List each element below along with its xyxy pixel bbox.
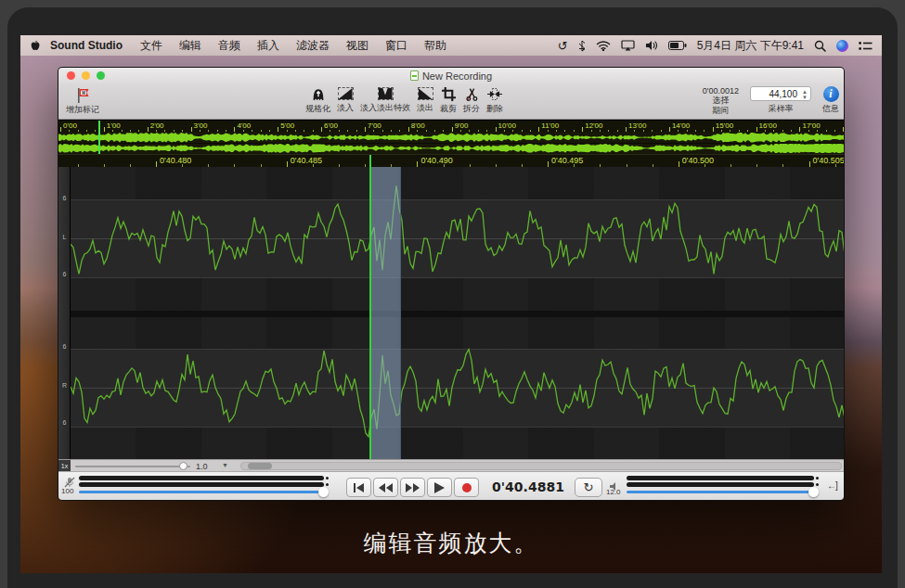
delete-button[interactable]: 删除 xyxy=(486,87,503,115)
horizontal-scrollbar[interactable] xyxy=(240,462,842,470)
crop-button[interactable]: 裁剪 xyxy=(440,87,457,115)
overview-ruler-label: 8'00 xyxy=(411,121,425,130)
selection-mode-text: 选择 xyxy=(712,96,729,105)
input-meter-left xyxy=(79,476,324,480)
minimize-button[interactable] xyxy=(82,71,90,80)
zoom-value-chevron-icon[interactable]: ▼ xyxy=(222,462,228,468)
notification-center-icon[interactable] xyxy=(859,41,873,51)
siri-icon[interactable] xyxy=(836,40,848,52)
normalize-label: 规格化 xyxy=(305,103,330,115)
info-icon: i xyxy=(823,86,839,102)
input-meters xyxy=(79,476,324,493)
app-menu-title[interactable]: Sound Studio xyxy=(50,39,123,52)
spotlight-icon[interactable] xyxy=(814,40,826,52)
horizontal-scrollbar-thumb[interactable] xyxy=(248,463,272,469)
loop-button[interactable]: ↻ xyxy=(575,478,602,497)
overview-ruler-label: 3'00 xyxy=(194,121,208,130)
toolbar: M 增加标记 规格化 淡入 xyxy=(58,83,844,120)
add-marker-label: 增加标记 xyxy=(66,104,99,116)
right-top-db-label: 6 xyxy=(58,343,71,350)
overview-ruler-label: 6'00 xyxy=(324,121,338,130)
split-button[interactable]: 拆分 xyxy=(463,87,480,115)
airplay-icon[interactable] xyxy=(621,40,635,51)
fade-in-out-button[interactable]: 淡入淡出特效 xyxy=(360,87,410,115)
overview-ruler-label: 10'00 xyxy=(498,121,516,130)
screenshot-card: Sound Studio 文件 编辑 音频 插入 滤波器 视图 窗口 帮助 ↺ xyxy=(7,7,898,588)
overview-ruler-label: 14'00 xyxy=(672,121,690,130)
record-button[interactable] xyxy=(454,478,479,497)
document-proxy-icon[interactable] xyxy=(410,70,419,81)
input-volume-thumb[interactable] xyxy=(318,487,329,497)
zoom-value[interactable]: 1.0 xyxy=(196,462,208,471)
menu-item-file[interactable]: 文件 xyxy=(140,38,162,54)
overview-ruler-label: 11'00 xyxy=(541,121,559,130)
wifi-icon[interactable] xyxy=(596,40,611,51)
zoom-ruler-label: 0'40.500 xyxy=(682,156,714,165)
edit-area: 6 L 6 6 R 6 xyxy=(58,167,844,459)
zoom-ruler-label: 0'40.480 xyxy=(160,156,191,165)
output-volume-slider[interactable] xyxy=(627,491,814,493)
fade-out-button[interactable]: 淡出 xyxy=(417,87,433,115)
crop-icon xyxy=(442,87,456,101)
overview-ruler-label: 9'00 xyxy=(455,121,469,130)
desktop: Sound Studio 文件 编辑 音频 插入 滤波器 视图 窗口 帮助 ↺ xyxy=(20,35,882,573)
menu-item-window[interactable]: 窗口 xyxy=(385,38,407,54)
output-meters xyxy=(627,476,814,493)
menu-item-help[interactable]: 帮助 xyxy=(424,38,446,54)
window-title: New Recording xyxy=(410,70,492,82)
volume-icon[interactable] xyxy=(645,40,658,51)
selection-region[interactable] xyxy=(369,167,401,459)
battery-icon[interactable] xyxy=(668,41,687,50)
delete-label: 删除 xyxy=(486,103,503,115)
fast-forward-button[interactable] xyxy=(400,478,425,497)
fade-in-icon xyxy=(338,87,354,100)
rewind-button[interactable] xyxy=(373,478,398,497)
play-button[interactable] xyxy=(427,478,452,497)
input-volume-value: 100 xyxy=(61,487,73,495)
menu-item-audio[interactable]: 音频 xyxy=(218,38,240,54)
menu-item-view[interactable]: 视图 xyxy=(346,38,368,54)
zoom-ruler-label: 0'40.505 xyxy=(813,156,845,165)
sample-rate-value[interactable]: 44,100 ▲▼ xyxy=(750,86,811,101)
waveform-zone[interactable] xyxy=(71,167,844,459)
zoom-slider-track[interactable] xyxy=(75,466,190,467)
menu-item-edit[interactable]: 编辑 xyxy=(179,38,201,54)
transport-buttons xyxy=(346,478,479,497)
apple-menu-icon[interactable] xyxy=(30,39,41,52)
fade-in-out-label: 淡入淡出特效 xyxy=(360,102,410,114)
output-volume-thumb[interactable] xyxy=(808,487,819,497)
zoom-slider-thumb[interactable] xyxy=(179,462,187,470)
overview-ruler-label: 12'00 xyxy=(585,121,602,130)
time-machine-icon[interactable]: ↺ xyxy=(558,40,568,52)
normalize-button[interactable]: 规格化 xyxy=(305,87,330,115)
overview-ruler[interactable]: 0'001'002'003'004'005'006'007'008'009'00… xyxy=(58,120,844,132)
bluetooth-icon[interactable] xyxy=(578,40,586,52)
fade-in-button[interactable]: 淡入 xyxy=(337,87,354,115)
overview-waveform[interactable] xyxy=(58,132,844,154)
overview-channel-divider xyxy=(58,143,844,144)
stepper-icon[interactable]: ▲▼ xyxy=(802,89,808,100)
add-marker-button[interactable]: M 增加标记 xyxy=(66,87,99,116)
close-button[interactable] xyxy=(67,71,75,80)
zoom-button[interactable] xyxy=(97,71,105,80)
split-label: 拆分 xyxy=(463,103,480,115)
jump-to-selection-icon[interactable]: ←] xyxy=(827,480,837,491)
title-bar[interactable]: New Recording xyxy=(58,68,844,83)
menu-bar-clock[interactable]: 5月4日 周六 下午9:41 xyxy=(697,38,804,54)
sample-rate-text: 44,100 xyxy=(769,89,797,99)
overview-ruler-label: 4'00 xyxy=(237,121,251,130)
menu-item-insert[interactable]: 插入 xyxy=(257,38,279,54)
sample-rate-control[interactable]: 44,100 ▲▼ 采样率 xyxy=(750,86,811,115)
menu-item-filter[interactable]: 滤波器 xyxy=(296,38,330,54)
right-bottom-db-label: 6 xyxy=(58,419,71,426)
input-volume-slider[interactable] xyxy=(79,491,324,493)
info-button[interactable]: i 信息 xyxy=(822,86,839,115)
overview-playhead[interactable] xyxy=(98,121,100,154)
zoom-ruler[interactable]: 0'40.4800'40.4850'40.4900'40.4950'40.500… xyxy=(58,154,844,167)
app-window: New Recording M 增加标记 xyxy=(58,67,845,501)
overview-ruler-label: 0'00 xyxy=(63,121,77,130)
zoom-ruler-label: 0'40.495 xyxy=(551,156,583,165)
transport-bar: 100 xyxy=(58,471,844,501)
go-to-start-button[interactable] xyxy=(346,478,371,497)
normalize-icon xyxy=(311,87,326,101)
